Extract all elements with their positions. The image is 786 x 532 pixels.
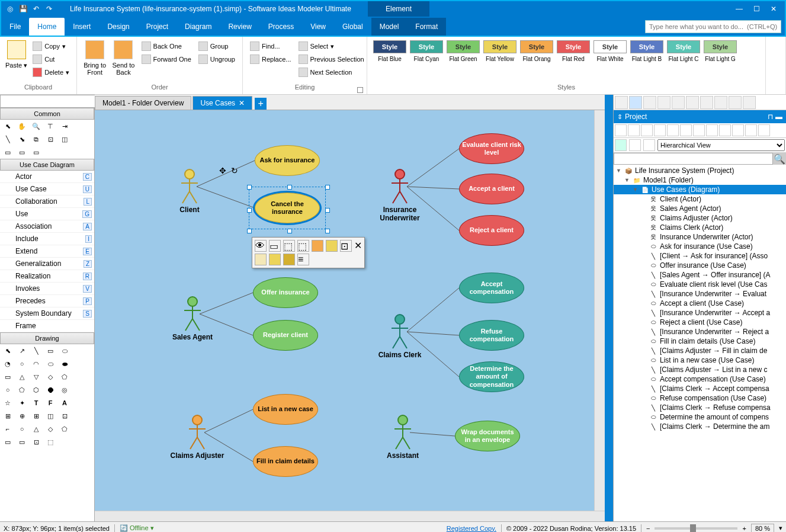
zoom-in-button[interactable]: + [742,525,746,532]
panel-close-icon[interactable]: ▬ [775,113,782,121]
rt-10[interactable] [743,96,756,109]
tool-4[interactable]: ⊤ [44,121,57,132]
style-flat-blue[interactable]: StyleFlat Blue [373,40,406,62]
ctx-close-icon[interactable]: ✕ [354,240,362,252]
hand-tool[interactable]: ✋ [15,121,28,132]
rt-6[interactable] [686,96,699,109]
common-header[interactable]: Common [0,108,94,120]
search-icon[interactable]: 🔍 [773,153,786,165]
view-mode-select[interactable]: Hierarchical View [657,139,785,151]
usecase-determine-the-amount-of-compensation[interactable]: Determine the amount of compensation [459,361,524,392]
rt-2[interactable] [629,96,642,109]
actor-claims-clerk[interactable]: Claims Clerk [388,314,412,350]
menu-home[interactable]: Home [29,18,65,36]
project-search-input[interactable] [614,153,773,165]
tool-11[interactable]: ▭ [1,147,14,158]
zoom-out-button[interactable]: − [646,525,650,532]
zoom-value[interactable]: 80 % [751,524,774,533]
tool-use-case[interactable]: Use CaseU [0,183,94,196]
tool-collaboration[interactable]: CollaborationL [0,196,94,208]
tree-node[interactable]: ╲[Claims Clerk → Refuse compensa [614,403,786,412]
toolbox-search-input[interactable] [0,95,101,108]
minimize-icon[interactable]: — [736,5,743,13]
refresh-icon[interactable] [615,139,627,151]
style-prev-icon[interactable] [771,40,781,49]
tool-8[interactable]: ⧉ [30,134,43,145]
line-tool[interactable]: ╲ [1,134,14,145]
rt-7[interactable] [700,96,713,109]
drawing-header[interactable]: Drawing [0,332,94,344]
usecase-cancel-the-insurance[interactable]: Cancel the insurance [255,193,320,223]
actor-claims-adjuster[interactable]: Claims Adjuster [185,415,209,450]
style-more-icon[interactable] [771,59,781,68]
style-flat-light-g[interactable]: StyleFlat Light G [704,40,737,62]
style-flat-yellow[interactable]: StyleFlat Yellow [483,40,516,62]
copy-button[interactable]: Copy ▾ [30,40,72,52]
bring-to-front-button[interactable]: Bring to Front [81,38,109,76]
tree-node[interactable]: ╲[Insurance Underwriter → Evaluat [614,289,786,299]
ctx-7[interactable]: ⊡ [340,240,352,252]
remove-icon[interactable] [643,139,655,151]
usecase-reject-a-client[interactable]: Reject a client [459,215,524,246]
tool-system-boundary[interactable]: System BoundaryS [0,307,94,320]
tree-node[interactable]: 웃Insurance Underwriter (Actor) [614,232,786,242]
tree-node[interactable]: ⬭Evaluate client risk level (Use Cas [614,280,786,289]
pointer-tool[interactable]: ⬉ [1,121,14,132]
tab-use-cases[interactable]: Use Cases✕ [193,96,252,110]
usecase-list-in-a-new-case[interactable]: List in a new case [253,394,318,425]
zoom-dropdown-icon[interactable]: ▾ [779,524,782,532]
ctx-5[interactable] [312,240,323,252]
menu-process[interactable]: Process [260,18,302,36]
tree-node[interactable]: ╲[Claims Adjuster → List in a new c [614,365,786,374]
menu-model[interactable]: Model [371,18,408,36]
tool-precedes[interactable]: PrecedesP [0,295,94,307]
zoom-slider[interactable] [655,527,737,530]
tree-node[interactable]: ╲[Client → Ask for insurance] (Asso [614,251,786,261]
add-tab-button[interactable]: + [255,98,267,110]
style-flat-cyan[interactable]: StyleFlat Cyan [410,40,443,62]
send-to-back-button[interactable]: Send to Back [109,38,137,76]
menu-diagram[interactable]: Diagram [177,18,220,36]
tool-9[interactable]: ⊡ [44,134,57,145]
offline-indicator[interactable]: 🔄 Offline ▾ [120,524,154,532]
rt-5[interactable] [672,96,685,109]
menu-file[interactable]: File [1,18,29,36]
diagram-canvas[interactable]: ClientInsuranceUnderwriterSales AgentCla… [95,110,594,511]
tab-model1-folder-overview[interactable]: Model1 - Folder Overview [95,96,191,110]
usecase-refuse-compensation[interactable]: Refuse compensation [459,320,524,351]
actor-sales-agent[interactable]: Sales Agent [181,296,204,332]
tree-node[interactable]: ⬭Refuse compensation (Use Case) [614,393,786,403]
tree-node[interactable]: ╲[Sales Agent → Offer insurance] (A [614,270,786,280]
rt-8[interactable] [714,96,727,109]
search-input[interactable] [645,20,781,33]
forward-one-button[interactable]: Forward One [139,53,194,65]
tree-node[interactable]: ⬭Fill in claim details (Use Case) [614,336,786,346]
close-tab-icon[interactable]: ✕ [239,99,245,107]
find-button[interactable]: Find... [248,40,294,52]
paste-button[interactable]: Paste ▾ [4,38,29,69]
ctx-2[interactable]: ▭ [269,240,281,252]
registered-link[interactable]: Registered Copy. [447,525,496,532]
tree-node[interactable]: ⬭Determine the amount of compens [614,412,786,422]
usecase-register-client[interactable]: Register client [253,320,318,351]
vertical-scrollbar[interactable] [594,110,605,511]
style-next-icon[interactable] [771,50,781,58]
tree-node[interactable]: 웃Client (Actor) [614,194,786,204]
tool-actor[interactable]: ActorC [0,171,94,183]
tree-node[interactable]: ▼📦Life Insurance System (Project) [614,166,786,175]
tool-invokes[interactable]: InvokesV [0,283,94,295]
menu-global[interactable]: Global [334,18,371,36]
menu-design[interactable]: Design [99,18,137,36]
tree-node[interactable]: ▼📁Model1 (Folder) [614,175,786,185]
tool-realization[interactable]: RealizationR [0,270,94,283]
tree-node[interactable]: 웃Sales Agent (Actor) [614,204,786,213]
tool-generalization[interactable]: GeneralizationZ [0,258,94,270]
tree-node[interactable]: ⬭Reject a client (Use Case) [614,318,786,327]
more-icon[interactable]: ≡ [297,254,309,265]
tree-node[interactable]: ╲[Claims Adjuster → Fill in claim de [614,346,786,355]
ctx-eye-icon[interactable]: 👁 [255,240,267,252]
tool-frame[interactable]: Frame [0,320,94,332]
tree-node[interactable]: 웃Claims Clerk (Actor) [614,223,786,232]
tool-association[interactable]: AssociationA [0,220,94,233]
redo-icon[interactable]: ↷ [44,4,54,14]
